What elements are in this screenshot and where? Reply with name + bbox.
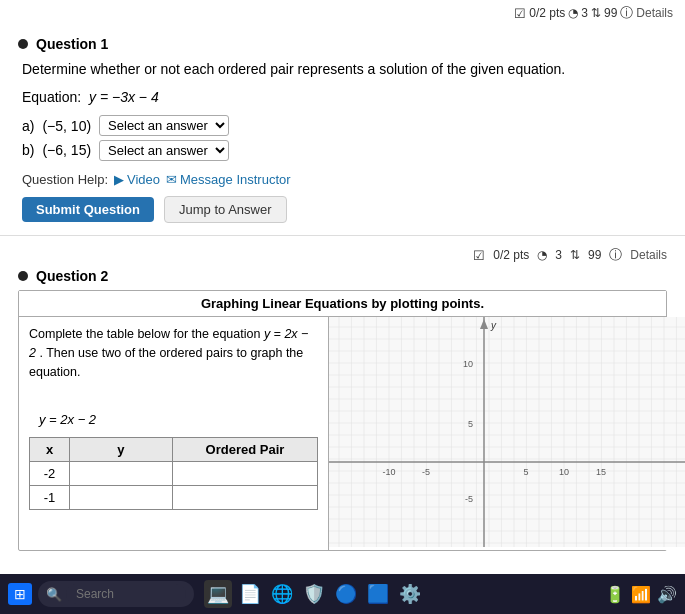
- table-row: -2: [30, 461, 318, 485]
- svg-text:10: 10: [559, 467, 569, 477]
- q2-info-bar: ☑ 0/2 pts ◔ 3 ⇅ 99 ⓘ Details: [18, 246, 667, 264]
- top-bar: ☑ 0/2 pts ◔ 3 ⇅ 99 ⓘ Details: [0, 0, 685, 26]
- taskbar-search-input[interactable]: [66, 584, 186, 604]
- col-header-op: Ordered Pair: [172, 437, 317, 461]
- windows-icon: ⊞: [14, 586, 26, 602]
- start-button[interactable]: ⊞: [8, 583, 32, 605]
- question-2-block: ☑ 0/2 pts ◔ 3 ⇅ 99 ⓘ Details Question 2 …: [0, 240, 685, 551]
- q2-pts-label: 0/2 pts: [493, 248, 529, 262]
- instruction-part1: Complete the table below for the equatio…: [29, 327, 260, 341]
- x-cell: -1: [30, 485, 70, 509]
- help-label: Question Help:: [22, 170, 108, 191]
- svg-text:5: 5: [523, 467, 528, 477]
- y-input[interactable]: [91, 490, 151, 505]
- details-link[interactable]: Details: [636, 6, 673, 20]
- q2-tries-label: 3: [555, 248, 562, 262]
- taskbar-app-3[interactable]: 🌐: [268, 580, 296, 608]
- q2-details-link[interactable]: Details: [630, 248, 667, 262]
- question-1-title: Question 1: [36, 36, 108, 52]
- q1-help-line: Question Help: ▶ Video ✉ Message Instruc…: [22, 170, 667, 191]
- taskbar-battery-icon: 🔋: [605, 585, 625, 604]
- message-instructor-link[interactable]: ✉ Message Instructor: [166, 170, 291, 191]
- col-header-x: x: [30, 437, 70, 461]
- message-instructor-label: Message Instructor: [180, 170, 291, 191]
- svg-rect-0: [329, 317, 685, 547]
- table-row: -1: [30, 485, 318, 509]
- tries-icon: ◔: [568, 6, 578, 20]
- eq-display: y = 2x − 2: [39, 412, 96, 427]
- taskbar-sound-icon: 🔊: [657, 585, 677, 604]
- part-b-pair: (−6, 15): [42, 139, 91, 161]
- q1-button-row: Submit Question Jump to Answer: [22, 196, 667, 223]
- taskbar-app-6[interactable]: 🟦: [364, 580, 392, 608]
- graphing-right-panel: -10 -5 5 10 15 10 5 -5 y x: [329, 317, 685, 550]
- y-input[interactable]: [91, 466, 151, 481]
- taskbar-right: 🔋 📶 🔊: [605, 585, 677, 604]
- jump-to-answer-button[interactable]: Jump to Answer: [164, 196, 287, 223]
- video-label: Video: [127, 170, 160, 191]
- graphing-content: Complete the table below for the equatio…: [19, 317, 666, 550]
- part-b-select[interactable]: Select an answer Yes No: [99, 140, 229, 161]
- part-a-pair: (−5, 10): [42, 115, 91, 137]
- q1-instruction: Determine whether or not each ordered pa…: [22, 58, 667, 80]
- graphing-box: Graphing Linear Equations by plotting po…: [18, 290, 667, 551]
- video-link[interactable]: ▶ Video: [114, 170, 160, 191]
- op-cell[interactable]: [172, 485, 317, 509]
- part-a-select[interactable]: Select an answer Yes No: [99, 115, 229, 136]
- taskbar-wifi-icon: 📶: [631, 585, 651, 604]
- equation-label: Equation:: [22, 89, 81, 105]
- svg-text:-10: -10: [382, 467, 395, 477]
- svg-text:5: 5: [468, 419, 473, 429]
- svg-text:15: 15: [596, 467, 606, 477]
- question-1-block: Question 1 Determine whether or not each…: [0, 26, 685, 231]
- mail-icon: ✉: [166, 170, 177, 191]
- retry-icon: ⇅: [591, 6, 601, 20]
- graphing-left-panel: Complete the table below for the equatio…: [19, 317, 329, 550]
- graphing-instruction: Complete the table below for the equatio…: [29, 325, 318, 381]
- graph-svg: -10 -5 5 10 15 10 5 -5 y x: [329, 317, 685, 547]
- x-cell: -2: [30, 461, 70, 485]
- svg-text:-5: -5: [422, 467, 430, 477]
- part-a-label: a): [22, 115, 34, 137]
- q2-info-icon: ⓘ: [609, 246, 622, 264]
- y-cell[interactable]: [70, 461, 173, 485]
- checkbox-icon: ☑: [514, 6, 526, 21]
- submit-question-button[interactable]: Submit Question: [22, 197, 154, 222]
- taskbar-app-5[interactable]: 🔵: [332, 580, 360, 608]
- taskbar-app-2[interactable]: 📄: [236, 580, 264, 608]
- question-1-dot: [18, 39, 28, 49]
- taskbar: ⊞ 🔍 💻 📄 🌐 🛡️ 🔵 🟦 ⚙️ 🔋 📶 🔊: [0, 574, 685, 614]
- col-header-y: y: [70, 437, 173, 461]
- question-1-body: Determine whether or not each ordered pa…: [18, 58, 667, 223]
- part-b-label: b): [22, 139, 34, 161]
- q2-checkbox-icon: ☑: [473, 248, 485, 263]
- retry-label: 99: [604, 6, 617, 20]
- q1-part-a: a) (−5, 10) Select an answer Yes No: [22, 115, 667, 137]
- pts-display: ☑ 0/2 pts ◔ 3 ⇅ 99 ⓘ Details: [514, 4, 673, 22]
- svg-text:y: y: [490, 320, 497, 331]
- q2-tries-icon: ◔: [537, 248, 547, 262]
- pts-label: 0/2 pts: [529, 6, 565, 20]
- tries-label: 3: [581, 6, 588, 20]
- op-input[interactable]: [200, 466, 290, 481]
- graphing-title: Graphing Linear Equations by plotting po…: [19, 291, 666, 317]
- taskbar-app-7[interactable]: ⚙️: [396, 580, 424, 608]
- taskbar-app-4[interactable]: 🛡️: [300, 580, 328, 608]
- question-2-dot: [18, 271, 28, 281]
- info-icon: ⓘ: [620, 4, 633, 22]
- taskbar-app-1[interactable]: 💻: [204, 580, 232, 608]
- ordered-pair-table: x y Ordered Pair -2 -1: [29, 437, 318, 510]
- y-cell[interactable]: [70, 485, 173, 509]
- instruction-part2: . Then use two of the ordered pairs to g…: [29, 346, 303, 379]
- op-cell[interactable]: [172, 461, 317, 485]
- taskbar-apps: 💻 📄 🌐 🛡️ 🔵 🟦 ⚙️: [204, 580, 424, 608]
- question-1-header: Question 1: [18, 36, 667, 52]
- svg-text:-5: -5: [465, 494, 473, 504]
- op-input[interactable]: [200, 490, 290, 505]
- q2-retry-icon: ⇅: [570, 248, 580, 262]
- svg-text:10: 10: [463, 359, 473, 369]
- equation-value: y = −3x − 4: [89, 89, 159, 105]
- q1-part-b: b) (−6, 15) Select an answer Yes No: [22, 139, 667, 161]
- question-2-title: Question 2: [36, 268, 108, 284]
- q1-equation-line: Equation: y = −3x − 4: [22, 86, 667, 108]
